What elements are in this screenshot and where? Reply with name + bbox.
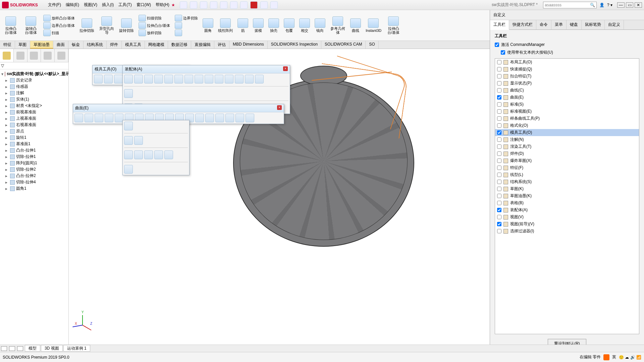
ribbon-group[interactable]: 镜向	[314, 18, 326, 33]
toolbar-list-item[interactable]: 结构系统(S)	[495, 178, 639, 185]
menu-item[interactable]: 文件(F)	[48, 2, 61, 8]
minimize-button[interactable]: —	[617, 2, 625, 8]
toolbar-list-item[interactable]: 选择过滤器(I)	[495, 228, 639, 235]
ribbon-group[interactable]: 参考几何体	[329, 16, 346, 35]
maximize-button[interactable]: ▭	[626, 2, 633, 8]
toolbar-list-item[interactable]: 渲染工具(T)	[495, 143, 639, 150]
ribbon-group[interactable]: 拉伸凸台/基体	[2, 16, 19, 35]
cm-tab[interactable]: MBD Dimensions	[229, 41, 268, 49]
toolbar-list-item[interactable]: 样条曲线工具(P)	[495, 115, 639, 122]
tree-item[interactable]: ▸切除-拉伸4	[1, 179, 68, 185]
toolbar-list-item[interactable]: 布局工具(O)	[495, 59, 639, 66]
cm-tab[interactable]: 模具工具	[122, 41, 145, 49]
cm-tab[interactable]: 数据迁移	[168, 41, 191, 49]
toolbar-list[interactable]: 布局工具(O)快速捕捉(Q)扣合特征(T)显示状态(P)曲线(C)曲面(E)标准…	[495, 58, 639, 334]
ribbon-group[interactable]: 异型孔向导	[98, 16, 115, 35]
print-icon[interactable]	[220, 1, 227, 9]
tree-item[interactable]: ▸实体(1)	[1, 96, 68, 103]
close-icon[interactable]: ×	[277, 105, 282, 110]
bottom-tab[interactable]: 模型	[25, 345, 40, 352]
tool-icon[interactable]	[94, 75, 103, 83]
tree-item[interactable]: ▸原点	[1, 128, 68, 134]
toolbar-list-item[interactable]: 格式化(O)	[495, 122, 639, 129]
gear-icon[interactable]	[270, 1, 278, 9]
document-title[interactable]: sw实战营-叶轮.SLDPRT *	[489, 2, 540, 8]
toolbar-list-item[interactable]: 注解(N)	[495, 136, 639, 143]
activate-commandmanager-checkbox[interactable]: 激活 CommandManager	[495, 42, 639, 48]
ribbon-group[interactable]: 旋转凸台/基体	[22, 16, 40, 35]
cm-tab[interactable]: 结构系统	[84, 41, 107, 49]
ribbon-group[interactable]: 放样凸台/基体边界凸台/基体扫描	[42, 15, 76, 36]
toolbar-list-item[interactable]: 爆炸草图(X)	[495, 157, 639, 164]
menu-item[interactable]: 帮助(H)	[156, 2, 169, 8]
tree-item[interactable]: ▸旋转1	[1, 134, 68, 141]
dim-tab[interactable]	[41, 49, 55, 62]
property-tab[interactable]	[14, 49, 28, 62]
cm-tab[interactable]: 直接编辑	[191, 41, 214, 49]
large-buttons-checkbox[interactable]: 使用带有文本的大按钮(U)	[501, 50, 639, 55]
bottom-tab[interactable]: 3D 视图	[41, 345, 63, 352]
save-icon[interactable]	[210, 1, 217, 9]
customize-tab[interactable]: 鼠标笔势	[582, 20, 605, 29]
toolbar-list-item[interactable]: 线型(L)	[495, 171, 639, 178]
cm-tab[interactable]: 草图	[15, 41, 30, 49]
toolbar-list-item[interactable]: 模具工具(O)	[495, 129, 639, 136]
new-icon[interactable]	[190, 1, 197, 9]
help-icon[interactable]: ? ▾	[607, 3, 612, 7]
ribbon-group[interactable]: 拉伸凸台/基体	[385, 16, 402, 35]
tree-item[interactable]: ▸阵列(圆周)1	[1, 160, 68, 166]
ribbon-group[interactable]: 圆角	[202, 18, 214, 33]
tree-item[interactable]: ▸右视基准面	[1, 122, 68, 128]
tree-item[interactable]: ▸基准面1	[1, 141, 68, 147]
toolbar-list-item[interactable]: 显示状态(P)	[495, 80, 639, 87]
ribbon-group[interactable]: 边界切除	[174, 15, 199, 36]
ribbon-group[interactable]: 相交	[298, 18, 311, 33]
quick-toolbar[interactable]	[180, 1, 278, 9]
toolbar-list-item[interactable]: 特征(F)	[495, 164, 639, 171]
customize-tabs[interactable]: 工具栏快捷方式栏命令菜单键盘鼠标笔势自定义	[490, 20, 644, 30]
tree-item[interactable]: ▸前视基准面	[1, 109, 68, 115]
ribbon-group[interactable]: 线性阵列	[217, 18, 234, 33]
cm-tab[interactable]: 特征	[0, 41, 15, 49]
menu-item[interactable]: 插入(I)	[102, 2, 114, 8]
tree-item[interactable]: ▸材质 <未指定>	[1, 103, 68, 109]
cm-tab[interactable]: SO	[366, 41, 378, 49]
ribbon-group[interactable]: 包覆	[283, 18, 296, 33]
menu-item[interactable]: 视图(V)	[84, 2, 97, 8]
search-input[interactable]: asaassss 🔍	[543, 2, 597, 8]
ruler-icon[interactable]	[1, 346, 7, 351]
ribbon-group[interactable]: Instant3D	[365, 18, 382, 33]
user-icon[interactable]: 👤	[599, 3, 604, 7]
tree-item[interactable]: ▸上视基准面	[1, 115, 68, 122]
toolbar-list-item[interactable]: 草图(K)	[495, 185, 639, 192]
cm-tab[interactable]: 网格建模	[145, 41, 168, 49]
ribbon-group[interactable]: 曲线	[349, 18, 362, 33]
rebuild-icon[interactable]	[250, 1, 258, 9]
customize-tab[interactable]: 快捷方式栏	[509, 20, 536, 29]
toolbar-list-item[interactable]: 草图油墨(K)	[495, 192, 639, 199]
open-icon[interactable]	[200, 1, 207, 9]
ribbon-group[interactable]: 旋转切除	[118, 18, 135, 33]
tree-item[interactable]: ▸切除-拉伸2	[1, 166, 68, 173]
display-tab[interactable]	[55, 49, 68, 62]
toolbar-list-item[interactable]: 曲线(C)	[495, 87, 639, 94]
menu-item[interactable]: 编辑(E)	[66, 2, 79, 8]
home-icon[interactable]	[180, 1, 187, 9]
cm-tab[interactable]: SOLIDWORKS CAM	[321, 41, 366, 49]
options-icon[interactable]	[260, 1, 268, 9]
ruler-icon[interactable]	[9, 346, 15, 351]
feature-tree[interactable]: ▾sw实战营-叶轮 (默认<<默认>_显示▸历史记录▸传感器▸注解▸实体(1)▸…	[0, 69, 68, 352]
ribbon-group[interactable]: 拉伸切除	[78, 18, 95, 33]
close-icon[interactable]: ×	[283, 66, 288, 71]
close-button[interactable]: ✕	[635, 2, 642, 8]
cm-tab[interactable]: SOLIDWORKS Inspection	[268, 41, 321, 49]
main-menu[interactable]: 文件(F)编辑(E)视图(V)插入(I)工具(T)窗口(W)帮助(H)	[48, 2, 169, 8]
menu-item[interactable]: 窗口(W)	[137, 2, 151, 8]
cm-tab[interactable]: 曲面	[53, 41, 68, 49]
toolbar-list-item[interactable]: 曲面(E)	[495, 94, 639, 101]
tree-item[interactable]: ▸传感器	[1, 83, 68, 90]
toolbar-list-item[interactable]: 视图(前导)(V)	[495, 221, 639, 228]
filter-icon[interactable]: ▽	[1, 63, 4, 68]
motion-tabs[interactable]: 模型3D 视图运动算例 1	[0, 345, 644, 352]
tree-item[interactable]: ▸圆角1	[1, 185, 68, 192]
